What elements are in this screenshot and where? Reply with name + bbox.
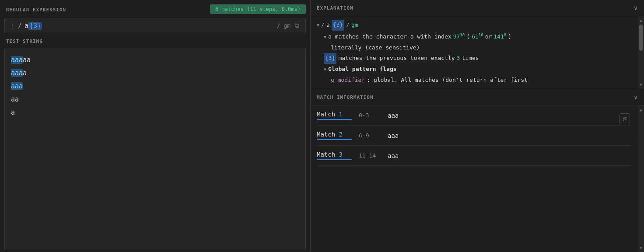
exp-q-text: matches the previous token exactly (338, 53, 455, 64)
match-range-2: 6-9 (359, 132, 381, 139)
exp-global-flags-header: ▼ Global pattern flags (317, 64, 632, 75)
exp-or-text: or (485, 32, 492, 42)
test-line-1: aaaaa (11, 53, 299, 66)
match-label-1: Match 1 (317, 111, 352, 120)
exp-quantifier-description: {3} matches the previous token exactly 3… (317, 53, 632, 64)
exp-global-flags-label: Global pattern flags (328, 64, 397, 75)
exp-paren-close: ) (508, 32, 511, 42)
exp-q-box-2: {3} (324, 53, 336, 64)
explanation-header: EXPLANATION ∨ (311, 0, 644, 16)
exp-text-a-matches: a matches the character a with index (328, 32, 452, 42)
match-range-1: 0-3 (359, 112, 381, 119)
match-label-3: Match 3 (317, 151, 352, 160)
explanation-title: EXPLANATION (317, 5, 354, 11)
right-panel: EXPLANATION ∨ ▼ / a{3} / gm ▼ a matches … (311, 0, 644, 252)
explanation-scrollbar[interactable]: ▲ ▼ (638, 16, 644, 89)
exp-index-decimal: 9710 (453, 32, 465, 42)
exp-char-description: ▼ a matches the character a with index 9… (317, 32, 632, 42)
test-string-area[interactable]: aaaaa aaaa aaa aa a (4, 48, 306, 250)
scroll-down-arrow[interactable]: ▼ (640, 82, 642, 87)
exp-paren-open: ( (466, 32, 470, 42)
left-panel: REGULAR EXPRESSION 3 matches (11 steps, … (0, 0, 311, 252)
regex-dots-icon[interactable]: ⋮ (9, 22, 15, 29)
match-badge: 3 matches (11 steps, 0.0ms) (210, 4, 306, 14)
match-label-text-2: Match 2 (317, 131, 352, 138)
match-value-2: aaa (388, 132, 399, 139)
scroll-up-arrow[interactable]: ▲ (640, 18, 642, 23)
explanation-collapse-button[interactable]: ∨ (634, 4, 638, 11)
match-num-3: 3 (339, 151, 343, 158)
match-underline-1 (317, 119, 352, 120)
match-value-1: aaa (388, 112, 399, 119)
match-span: aaa (11, 69, 23, 77)
regex-bar: ⋮ / a{3} / gm ⧉ (4, 18, 306, 33)
exp-expression-line: ▼ / a{3} / gm (317, 20, 632, 31)
test-line-3: aaa (11, 80, 299, 93)
regex-literal-a: a (24, 22, 28, 30)
match-item-3: Match 3 11-14 aaa (317, 146, 632, 166)
exp-literal-note: literally (case sensitive) (317, 42, 632, 53)
test-line-2: aaaa (11, 66, 299, 80)
match-scroll-up[interactable]: ▲ (640, 107, 642, 112)
exp-triangle-flags: ▼ (324, 65, 326, 74)
match-label-text-1: Match 1 (317, 111, 352, 118)
explanation-body: ▼ / a{3} / gm ▼ a matches the character … (311, 16, 638, 89)
exp-slash-close: / (346, 20, 350, 31)
test-string-label: TEST STRING (0, 35, 310, 46)
match-item-1: Match 1 0-3 aaa (317, 105, 632, 126)
match-scroll-down[interactable]: ▼ (640, 245, 642, 250)
match-range-3: 11-14 (359, 152, 381, 159)
match-info-title: MATCH INFORMATION (317, 94, 374, 100)
exp-quantifier-box: {3} (332, 20, 344, 31)
share-button[interactable]: ⎘ (620, 113, 630, 124)
exp-slash-open: / (321, 20, 325, 31)
match-num-2: 2 (339, 131, 343, 138)
match-underline-2 (317, 139, 352, 140)
exp-g-modifier-code: g modifier (331, 75, 365, 86)
match-item-2: Match 2 6-9 aaa (317, 126, 632, 146)
match-info-section: MATCH INFORMATION ∨ (311, 89, 644, 105)
match-span: aaa (11, 56, 23, 64)
match-label-text-3: Match 3 (317, 151, 352, 158)
regex-open-slash: / (18, 22, 22, 30)
exp-g-modifier-text: : global. All matches (don't return afte… (367, 75, 528, 86)
regex-header-row: REGULAR EXPRESSION 3 matches (11 steps, … (0, 0, 310, 16)
exp-q-number: 3 (457, 53, 460, 64)
regex-content[interactable]: a{3} (24, 22, 274, 30)
regex-section-label: REGULAR EXPRESSION (0, 3, 72, 15)
scroll-thumb[interactable] (639, 24, 643, 51)
exp-index-oct: 1418 (494, 32, 506, 42)
match-label-2: Match 2 (317, 131, 352, 140)
exp-literal-a: a (326, 20, 330, 31)
exp-triangle-a: ▼ (324, 33, 326, 41)
match-value-3: aaa (388, 152, 399, 159)
test-line-4: aa (11, 93, 299, 106)
match-items-list: ⎘ Match 1 0-3 aaa Match 2 6-9 aaa (311, 105, 638, 252)
test-line-5: a (11, 106, 299, 119)
exp-index-hex: 6116 (472, 32, 483, 42)
exp-flags: gm (351, 20, 358, 31)
match-num-1: 1 (339, 111, 343, 118)
regex-quantifier: {3} (28, 22, 42, 30)
match-info-header: MATCH INFORMATION ∨ (311, 89, 644, 105)
exp-q-times: times (462, 53, 479, 64)
copy-button[interactable]: ⧉ (293, 21, 301, 30)
match-underline-3 (317, 159, 352, 160)
triangle-icon: ▼ (317, 21, 319, 29)
match-scrollbar[interactable]: ▲ ▼ (638, 105, 644, 252)
exp-literally-text: literally (case sensitive) (331, 42, 420, 53)
match-info-collapse-button[interactable]: ∨ (634, 94, 638, 101)
match-span: aaa (11, 82, 23, 90)
regex-flags: / gm (277, 22, 290, 29)
exp-g-modifier: g modifier : global. All matches (don't … (317, 75, 632, 86)
